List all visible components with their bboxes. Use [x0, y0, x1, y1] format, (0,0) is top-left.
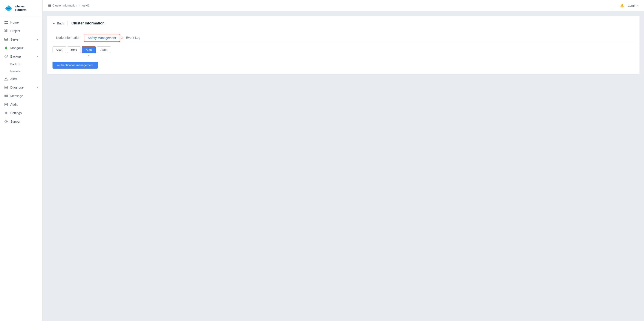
svg-rect-5 — [6, 21, 8, 22]
sidebar-nav: Home Project Server ▾ MongoDB — [0, 16, 42, 321]
sidebar-item-alert[interactable]: Alert — [0, 75, 42, 83]
audit-icon — [4, 102, 8, 106]
sidebar-item-settings[interactable]: Settings — [0, 109, 42, 117]
step-number: 4 — [88, 54, 90, 57]
sub-tab-role-wrapper: Role — [67, 46, 81, 53]
logo-icon — [4, 3, 13, 12]
sidebar-item-label: Audit — [10, 103, 18, 106]
home-icon — [4, 20, 8, 24]
admin-label: admin — [628, 4, 636, 7]
sidebar-item-home[interactable]: Home — [0, 18, 42, 27]
sidebar-item-project[interactable]: Project — [0, 27, 42, 35]
breadcrumb-current: test01 — [82, 4, 89, 7]
menu-icon: ☰ — [48, 3, 51, 8]
tab-sub-audit[interactable]: Audit — [97, 46, 111, 53]
tab-safety-management[interactable]: Safety Management — [84, 34, 120, 42]
header-right: 🔔 admin ▾ — [620, 3, 638, 8]
sidebar-item-label: Support — [10, 120, 21, 123]
svg-rect-4 — [4, 21, 6, 22]
svg-point-14 — [6, 80, 6, 80]
chevron-down-icon: ▾ — [37, 55, 38, 58]
tab-event-log[interactable]: Event Log — [122, 34, 144, 42]
chevron-down-icon: ▾ — [37, 38, 38, 41]
admin-user[interactable]: admin ▾ — [628, 4, 638, 7]
sidebar-item-support[interactable]: Support — [0, 117, 42, 126]
settings-icon — [4, 111, 8, 115]
logo: whaleal platform — [0, 0, 42, 16]
svg-point-10 — [7, 38, 8, 39]
sidebar: whaleal platform Home Project Server ▾ — [0, 0, 43, 321]
sub-tab-auth-wrapper: Auth 4 — [82, 46, 96, 57]
back-button[interactable]: ← Back — [52, 21, 64, 25]
sidebar-item-mongodb[interactable]: MongoDB — [0, 44, 42, 52]
header-divider — [68, 21, 68, 25]
tab-sub-auth[interactable]: Auth — [82, 46, 96, 53]
authentication-management-button[interactable]: Authentication management — [52, 62, 98, 69]
card-header: ← Back Cluster Information — [52, 21, 634, 29]
alert-icon — [4, 77, 8, 81]
sidebar-item-backup-sub[interactable]: Backup — [0, 61, 42, 68]
support-icon — [4, 119, 8, 123]
main-content: ☰ Cluster Information > test01 🔔 admin ▾… — [43, 0, 644, 321]
sidebar-item-label: Server — [10, 38, 20, 41]
cluster-card: ← Back Cluster Information Node Informat… — [47, 16, 640, 74]
chevron-down-icon: ▾ — [637, 4, 638, 7]
diagnose-icon — [4, 85, 8, 89]
sidebar-item-backup[interactable]: Backup ▾ — [0, 52, 42, 61]
sidebar-item-label: Project — [10, 29, 20, 33]
sidebar-item-server[interactable]: Server ▾ — [0, 35, 42, 44]
tab-node-information[interactable]: Node Information — [52, 34, 84, 42]
svg-point-3 — [7, 6, 8, 7]
svg-rect-7 — [6, 23, 8, 24]
auth-button-area: Authentication management — [52, 62, 634, 69]
tab-badge: 3 — [121, 36, 122, 39]
tab-sub-role[interactable]: Role — [67, 46, 81, 53]
svg-point-23 — [5, 120, 8, 123]
sidebar-item-label: MongoDB — [10, 46, 24, 50]
message-icon — [4, 94, 8, 98]
sub-tab-user-wrapper: User — [52, 46, 66, 53]
svg-rect-6 — [4, 23, 6, 24]
project-icon — [4, 29, 8, 33]
bell-icon[interactable]: 🔔 — [620, 3, 624, 8]
tabs-top: Node Information Safety Management 3 Eve… — [52, 34, 634, 42]
header: ☰ Cluster Information > test01 🔔 admin ▾ — [43, 0, 644, 11]
tabs-sub-row: User Role Auth 4 Audit — [52, 46, 634, 57]
sidebar-item-label: Message — [10, 94, 23, 98]
page-title: Cluster Information — [71, 21, 104, 25]
back-arrow-icon: ← — [52, 21, 56, 25]
sidebar-item-label: Settings — [10, 111, 22, 115]
sub-tab-audit-wrapper: Audit — [97, 46, 111, 53]
svg-point-22 — [6, 112, 7, 114]
sidebar-item-label: Alert — [10, 77, 17, 81]
svg-point-11 — [7, 40, 8, 40]
logo-text: whaleal platform — [15, 5, 26, 11]
sidebar-item-diagnose[interactable]: Diagnose ▾ — [0, 83, 42, 92]
breadcrumb-separator: > — [78, 4, 80, 7]
sidebar-item-label: Backup — [10, 55, 21, 58]
back-label: Back — [57, 21, 64, 25]
sidebar-item-message[interactable]: Message — [0, 92, 42, 100]
tab-sub-user[interactable]: User — [52, 46, 66, 53]
content-area: ← Back Cluster Information Node Informat… — [43, 11, 644, 321]
chevron-down-icon: ▾ — [37, 86, 38, 89]
breadcrumb-parent[interactable]: Cluster Information — [52, 4, 77, 7]
sidebar-item-label: Home — [10, 21, 18, 24]
backup-icon — [4, 54, 8, 58]
mongodb-icon — [4, 46, 8, 50]
breadcrumb: ☰ Cluster Information > test01 — [48, 3, 90, 8]
sidebar-item-restore-sub[interactable]: Restore — [0, 68, 42, 75]
sidebar-item-label: Diagnose — [10, 86, 24, 89]
sidebar-item-audit[interactable]: Audit — [0, 100, 42, 109]
server-icon — [4, 37, 8, 41]
